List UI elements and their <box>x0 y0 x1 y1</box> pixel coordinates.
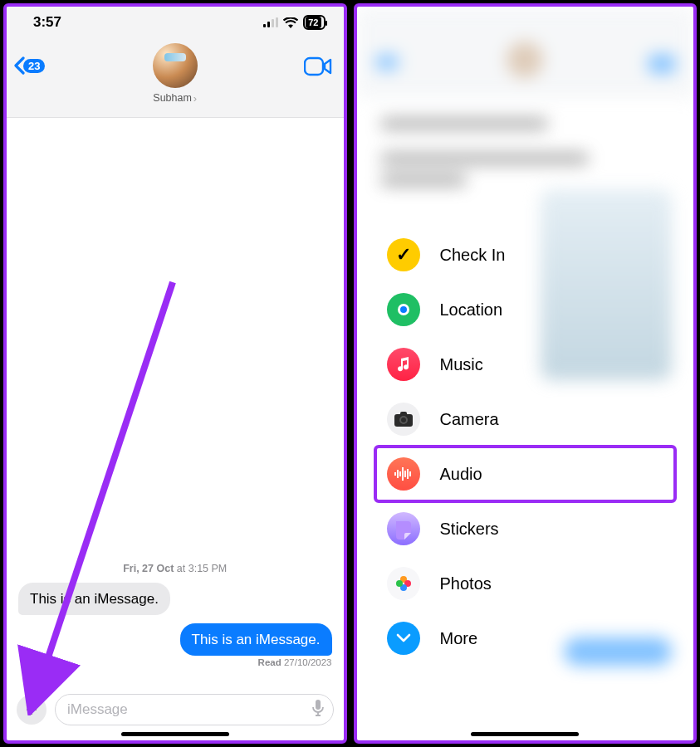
location-icon <box>387 293 420 326</box>
mic-button[interactable] <box>311 699 325 720</box>
status-bar: 3:57 72 <box>7 7 344 38</box>
contact-header[interactable]: Subham <box>153 43 198 105</box>
incoming-message[interactable]: This is an iMessage. <box>18 583 170 615</box>
battery-level: 72 <box>306 17 321 28</box>
svg-rect-1 <box>267 22 270 27</box>
svg-rect-15 <box>399 471 401 476</box>
timestamp-time: 3:15 PM <box>188 563 228 574</box>
photos-icon <box>387 567 420 600</box>
apps-menu: ✓ Check In Location Music Camera Audio <box>377 227 674 666</box>
svg-rect-14 <box>397 470 399 478</box>
audio-icon <box>387 457 420 491</box>
menu-label-music: Music <box>440 355 483 374</box>
home-indicator[interactable] <box>121 732 229 736</box>
menu-item-photos[interactable]: Photos <box>377 556 674 611</box>
avatar <box>153 43 198 88</box>
stickers-icon <box>387 512 420 545</box>
menu-item-stickers[interactable]: Stickers <box>377 501 674 556</box>
status-right: 72 <box>263 15 325 30</box>
nav-bar: 23 Subham <box>7 38 344 118</box>
music-icon <box>387 348 420 381</box>
timestamp-day: Fri, 27 Oct <box>123 563 174 574</box>
cellular-icon <box>263 17 278 27</box>
menu-label-audio: Audio <box>440 465 482 484</box>
receipt-date: 27/10/2023 <box>281 657 332 667</box>
menu-item-check-in[interactable]: ✓ Check In <box>377 227 674 282</box>
menu-label-check-in: Check In <box>440 246 506 265</box>
message-area[interactable]: Fri, 27 Oct at 3:15 PM This is an iMessa… <box>7 118 344 672</box>
plus-button[interactable]: + <box>17 695 47 725</box>
facetime-button[interactable] <box>304 56 332 80</box>
more-icon <box>387 622 420 655</box>
input-wrap <box>55 694 334 725</box>
contact-name: Subham <box>153 92 197 105</box>
menu-label-more: More <box>440 629 478 648</box>
menu-item-location[interactable]: Location <box>377 282 674 337</box>
back-count-badge: 23 <box>23 59 45 73</box>
menu-label-location: Location <box>440 300 503 320</box>
plus-icon: + <box>26 698 37 721</box>
svg-rect-3 <box>276 17 278 27</box>
wifi-icon <box>283 17 298 28</box>
mic-icon <box>311 699 325 717</box>
read-receipt: Read 27/10/2023 <box>258 657 332 667</box>
menu-item-audio[interactable]: Audio <box>374 445 678 503</box>
svg-rect-4 <box>305 58 323 75</box>
compose-bar: + <box>7 694 344 725</box>
svg-point-23 <box>396 580 403 587</box>
camera-icon <box>387 403 420 436</box>
svg-point-12 <box>401 417 406 422</box>
outgoing-message[interactable]: This is an iMessage. <box>180 623 332 656</box>
chevron-down-icon <box>396 633 411 643</box>
right-screenshot: ✓ Check In Location Music Camera Audio <box>354 3 698 744</box>
svg-rect-18 <box>407 469 409 479</box>
svg-rect-16 <box>402 467 404 481</box>
left-screenshot: 3:57 72 23 Subham Fri, 27 Oct at 3 <box>3 3 347 744</box>
timestamp: Fri, 27 Oct at 3:15 PM <box>18 563 332 574</box>
menu-item-camera[interactable]: Camera <box>377 392 674 447</box>
svg-rect-13 <box>394 472 396 476</box>
menu-label-photos: Photos <box>440 574 492 593</box>
svg-rect-2 <box>272 19 274 27</box>
message-input[interactable] <box>67 701 311 718</box>
svg-rect-10 <box>400 412 407 416</box>
menu-item-more[interactable]: More <box>377 611 674 666</box>
menu-item-music[interactable]: Music <box>377 337 674 392</box>
svg-rect-19 <box>409 471 411 476</box>
check-in-icon: ✓ <box>387 238 420 271</box>
battery-icon: 72 <box>303 15 325 30</box>
receipt-label: Read <box>258 657 281 667</box>
svg-rect-5 <box>316 700 321 710</box>
svg-rect-0 <box>263 24 266 27</box>
svg-rect-17 <box>404 471 406 477</box>
status-time: 3:57 <box>33 14 61 31</box>
back-button[interactable]: 23 <box>13 56 45 75</box>
home-indicator[interactable] <box>471 732 579 736</box>
menu-label-camera: Camera <box>440 410 499 429</box>
menu-label-stickers: Stickers <box>440 520 499 539</box>
timestamp-at: at <box>174 563 188 574</box>
